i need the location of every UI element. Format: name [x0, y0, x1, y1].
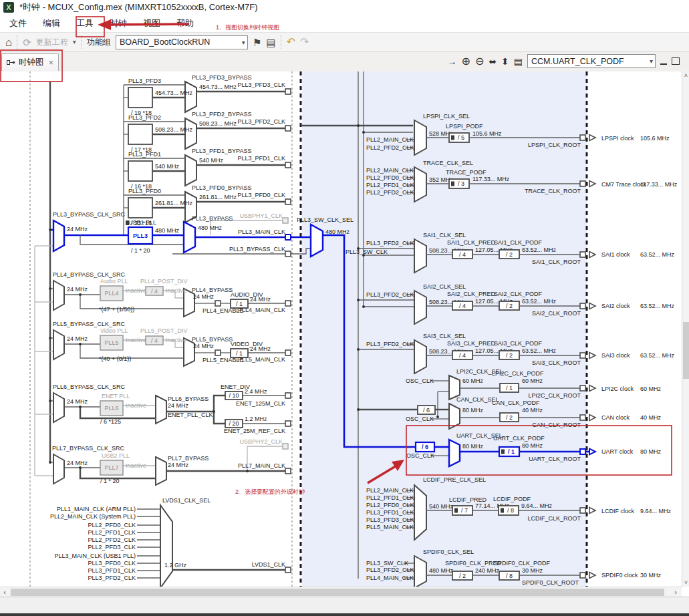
pll4-main-clk-port[interactable] [285, 301, 291, 306]
menu-item-views[interactable]: 视图 [139, 16, 164, 31]
pll3-pfd3[interactable] [128, 88, 152, 108]
sai1-clk-pred[interactable]: / 4 [452, 250, 472, 259]
pll3-pfd2-clk-port[interactable] [285, 126, 291, 131]
zoom-in-icon[interactable]: ⊕ [461, 56, 470, 67]
uart-clk-root-port[interactable] [580, 449, 585, 454]
sai1-clk-root-port[interactable] [580, 252, 585, 257]
can-clk-sel-mux[interactable] [449, 404, 460, 429]
trace-clk-root-port[interactable] [580, 181, 585, 186]
enet-div-25m[interactable]: / 20 [225, 420, 243, 428]
scroll-down-icon[interactable]: ˅ [682, 579, 689, 586]
flag-icon[interactable]: ⚑ [253, 37, 261, 47]
undo-icon[interactable]: ↶ [287, 37, 295, 47]
sai1-clock-out[interactable] [589, 252, 595, 258]
lpspi-clock-out[interactable] [589, 135, 595, 141]
sai2-clk-root-port[interactable] [580, 303, 585, 309]
pll7-bypass-mux[interactable] [156, 457, 166, 485]
lcdif-clk-root-port[interactable] [580, 508, 585, 513]
sai1-clk-podf[interactable]: / 2 [499, 250, 519, 259]
update-project-button[interactable]: 更新工程 [36, 37, 68, 48]
lpi2c-clock-out[interactable] [589, 386, 595, 392]
vertical-scrollbar-thumb[interactable] [683, 322, 689, 379]
trace-podf[interactable]: / 3 [449, 179, 469, 188]
spdif0-clk-pred[interactable]: / 2 [452, 571, 472, 580]
pll6-bypass-mux[interactable] [156, 396, 166, 424]
pll3-pfd3-clk-port[interactable] [285, 89, 291, 94]
sai3-clk-podf[interactable]: / 2 [499, 351, 519, 359]
pll3-pfd0[interactable] [128, 198, 152, 218]
lcdif-clock-out[interactable] [589, 508, 595, 514]
pll3-pfd3-bypass-mux[interactable] [185, 82, 196, 112]
trace-clk-sel-mux[interactable] [414, 167, 426, 202]
lvds1-clk-port[interactable] [285, 567, 291, 573]
menu-item-clocks[interactable]: 时钟 [106, 16, 131, 31]
pll7-bypass-src-mux[interactable] [53, 454, 64, 484]
pll4[interactable]: PLL4 [100, 286, 123, 301]
cm7-trace-clock-out[interactable] [589, 181, 595, 187]
sai1-clk-sel-mux[interactable] [414, 239, 426, 273]
pll3-pfd2[interactable] [128, 124, 152, 144]
pll6[interactable]: PLL6 [100, 401, 123, 416]
can-pre-div[interactable]: / 6 [418, 406, 435, 414]
lcdif-pre-clk-sel-mux[interactable] [414, 485, 426, 540]
lpspi-clk-root-port[interactable] [580, 135, 585, 140]
pll3[interactable]: PLL3 [128, 227, 152, 244]
sai3-clk-sel-mux[interactable] [414, 340, 426, 373]
pll6-bypass-src-mux[interactable] [53, 393, 64, 422]
lpspi-clk-sel-mux[interactable] [414, 120, 426, 155]
lpi2c-clk-root-port[interactable] [580, 386, 585, 391]
sai2-clk-pred[interactable]: / 4 [452, 301, 472, 310]
pll3-pfd1[interactable] [128, 161, 152, 181]
usbphy2-clk-port[interactable] [283, 444, 288, 449]
tab-clock-diagram[interactable]: 时钟图 × [1, 53, 59, 71]
sai3-clock-out[interactable] [589, 353, 595, 359]
horizontal-scrollbar[interactable]: ‹ › [0, 587, 682, 597]
pll3-pfd1-bypass-mux[interactable] [185, 155, 196, 186]
pll3-sw-clk-sel-mux[interactable] [311, 224, 323, 257]
maximize-view-icon[interactable] [672, 57, 680, 65]
sai2-clock-out[interactable] [589, 303, 595, 309]
fit-height-icon[interactable]: ⬍ [501, 57, 509, 66]
scroll-right-icon[interactable]: › [671, 588, 680, 596]
pll4-post-div[interactable]: / 4 [146, 287, 163, 295]
menu-item-tools[interactable]: 工具 [72, 16, 98, 31]
home-icon[interactable]: ⌂ [5, 37, 12, 48]
notes-icon[interactable]: ▤ [266, 37, 275, 47]
chevron-down-icon[interactable]: ▾ [73, 39, 76, 45]
uart-clock-out[interactable] [589, 449, 595, 455]
lcdif-podf[interactable]: / 8 [499, 506, 519, 515]
horizontal-scrollbar-thumb[interactable] [11, 589, 664, 596]
can-clock-out[interactable] [589, 415, 595, 421]
sai3-clk-pred[interactable]: / 4 [452, 351, 472, 359]
pll3-pfd1-clk-port[interactable] [285, 162, 291, 168]
close-icon[interactable]: × [49, 57, 54, 67]
pll7[interactable]: PLL7 [100, 460, 123, 475]
comment-icon[interactable]: ▤ [514, 57, 523, 66]
pll3-pfd0-clk-port[interactable] [285, 199, 291, 204]
spdif0-clock-out[interactable] [589, 573, 595, 579]
pll3-bypass-mux[interactable] [184, 222, 195, 253]
uart-clk-sel-mux[interactable] [449, 440, 460, 466]
lpi2c-clk-podf[interactable]: / 1 [500, 383, 519, 392]
sai2-clk-podf[interactable]: / 2 [499, 301, 519, 310]
usbphy1-clk-port[interactable] [283, 218, 288, 223]
pll3-bypass-src-mux[interactable] [53, 220, 64, 251]
scroll-left-icon[interactable]: ‹ [0, 588, 9, 596]
menu-item-edit[interactable]: 编辑 [39, 16, 64, 31]
pll5-bypass-src-mux[interactable] [53, 330, 64, 359]
clock-signal-select[interactable]: CCM.UART_CLK_PODF ▾ [527, 54, 656, 68]
pll5-main-clk-port[interactable] [285, 350, 291, 355]
clock-diagram-canvas[interactable]: PLL3_PFD3454.73... MHz/ 19 *18PLL3_PFD3_… [0, 71, 682, 587]
redo-icon[interactable]: ↷ [300, 37, 309, 47]
minimize-view-icon[interactable] [660, 57, 667, 65]
enet-125m-clk-port[interactable] [285, 393, 291, 398]
pll4-enable-port[interactable] [215, 301, 221, 306]
fit-width-icon[interactable]: ⬌ [489, 57, 497, 66]
pll3-pfd2-bypass-mux[interactable] [185, 118, 196, 149]
uart-clk-podf[interactable]: / 1 [499, 447, 519, 456]
menu-item-file[interactable]: 文件 [5, 16, 31, 31]
pll7-main-clk-port[interactable] [285, 468, 291, 474]
enet-div-125m[interactable]: / 10 [225, 392, 243, 400]
update-project-icon[interactable]: ⟳ [23, 37, 31, 47]
pll5-enable-port[interactable] [215, 350, 221, 355]
